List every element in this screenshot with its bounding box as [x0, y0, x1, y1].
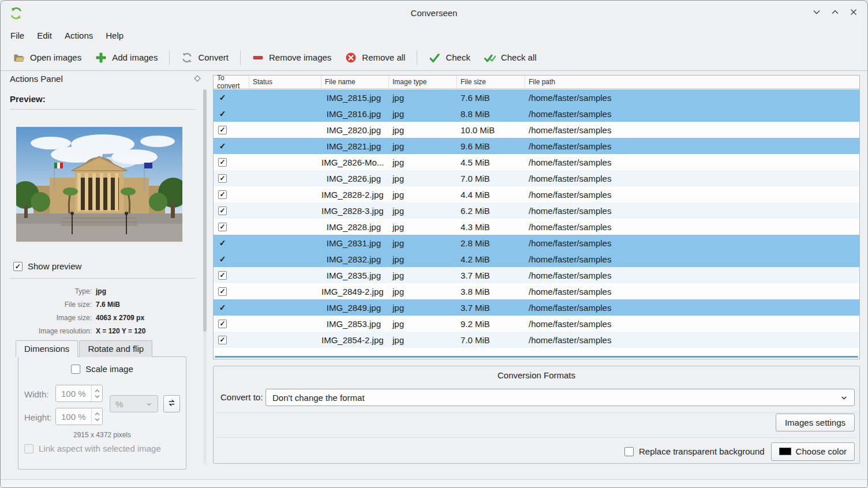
scale-image-checkbox-row[interactable]: Scale image	[71, 364, 133, 374]
convert-button[interactable]: Convert	[174, 48, 235, 67]
remove-images-button[interactable]: Remove images	[245, 48, 338, 67]
images-settings-button[interactable]: Images settings	[776, 414, 855, 431]
minimize-button[interactable]	[812, 9, 821, 18]
table-row[interactable]: IMG_2832.jpgjpg4.2 MiB/home/faster/sampl…	[214, 251, 859, 267]
table-row[interactable]: IMG_2826-Mo...jpg4.5 MiB/home/faster/sam…	[214, 154, 859, 170]
width-label: Width:	[24, 389, 49, 399]
file-name-cell: IMG_2831.jpg	[321, 238, 389, 248]
column-header-file-size[interactable]: File size	[457, 76, 525, 88]
table-row[interactable]: IMG_2854-2.jpgjpg7.0 MiB/home/faster/sam…	[214, 332, 859, 348]
file-size-cell: 7.0 MiB	[457, 335, 525, 345]
menu-item-file[interactable]: File	[4, 28, 31, 43]
table-row[interactable]: IMG_2820.jpgjpg10.0 MiB/home/faster/samp…	[214, 122, 859, 138]
open-images-button[interactable]: Open images	[6, 48, 88, 67]
row-checkbox[interactable]	[218, 126, 227, 134]
file-path-cell: /home/faster/samples	[525, 303, 859, 313]
file-path-cell: /home/faster/samples	[525, 174, 859, 183]
check-button[interactable]: Check	[422, 48, 477, 67]
file-name-cell: IMG_2835.jpg	[321, 271, 389, 280]
column-header-file-path[interactable]: File path	[525, 76, 859, 88]
scale-image-checkbox[interactable]	[71, 365, 80, 374]
replace-background-checkbox-row[interactable]: Replace transparent background	[624, 446, 765, 456]
to-convert-cell	[214, 158, 249, 167]
row-checkbox[interactable]	[218, 158, 227, 167]
row-checkbox[interactable]	[218, 287, 227, 296]
spinner-arrows-icon[interactable]	[91, 385, 102, 401]
table-row[interactable]: IMG_2826.jpgjpg7.0 MiB/home/faster/sampl…	[214, 170, 859, 186]
table-row[interactable]: IMG_2828-3.jpgjpg6.2 MiB/home/faster/sam…	[214, 202, 859, 219]
remove-images-button-label: Remove images	[269, 52, 331, 62]
table-row[interactable]: IMG_2849-2.jpgjpg3.8 MiB/home/faster/sam…	[214, 283, 859, 299]
menu-item-actions[interactable]: Actions	[58, 28, 99, 43]
column-header-image-type[interactable]: Image type	[389, 76, 457, 88]
column-header-file-name[interactable]: File name	[321, 76, 389, 88]
refresh-dimensions-button[interactable]	[163, 395, 180, 412]
table-row[interactable]: IMG_2816.jpgjpg8.8 MiB/home/faster/sampl…	[214, 106, 859, 122]
maximize-button[interactable]	[830, 9, 840, 18]
unit-value: %	[115, 399, 123, 409]
unit-combo[interactable]: %	[110, 395, 158, 412]
row-checkbox[interactable]	[218, 190, 227, 199]
table-row[interactable]: IMG_2828.jpgjpg4.3 MiB/home/faster/sampl…	[214, 219, 859, 235]
width-spinner[interactable]: 100 %	[55, 385, 103, 402]
row-checkbox[interactable]	[218, 110, 227, 118]
row-checkbox[interactable]	[218, 207, 227, 215]
image-type-cell: jpg	[389, 254, 457, 264]
conversion-formats-title: Conversion Formats	[214, 370, 859, 380]
title-bar[interactable]: Converseen	[1, 1, 867, 26]
float-panel-icon[interactable]	[194, 75, 200, 81]
show-preview-checkbox-row[interactable]: Show preview	[13, 261, 81, 271]
table-row[interactable]: IMG_2835.jpgjpg3.7 MiB/home/faster/sampl…	[214, 267, 859, 283]
row-checkbox[interactable]	[218, 239, 227, 247]
image-type-cell: jpg	[389, 319, 457, 329]
menu-item-help[interactable]: Help	[99, 28, 130, 43]
row-checkbox[interactable]	[218, 223, 227, 231]
row-checkbox[interactable]	[218, 303, 227, 312]
table-row[interactable]: IMG_2853.jpgjpg9.2 MiB/home/faster/sampl…	[214, 316, 859, 332]
table-row[interactable]: IMG_2828-2.jpgjpg4.4 MiB/home/faster/sam…	[214, 186, 859, 202]
tab-dimensions[interactable]: Dimensions	[16, 340, 78, 357]
table-row[interactable]: IMG_2831.jpgjpg2.8 MiB/home/faster/sampl…	[214, 235, 859, 251]
row-checkbox[interactable]	[218, 255, 227, 264]
close-button[interactable]	[849, 9, 858, 18]
check-all-button[interactable]: Check all	[477, 48, 544, 67]
panel-scrollbar[interactable]	[203, 89, 207, 464]
height-spinner[interactable]: 100 %	[55, 408, 103, 425]
horizontal-scrollbar[interactable]	[215, 356, 858, 358]
remove-all-button[interactable]: Remove all	[338, 48, 412, 67]
info-value: 7.6 MiB	[96, 301, 120, 309]
table-row[interactable]: IMG_2849.jpgjpg3.7 MiB/home/faster/sampl…	[214, 299, 859, 316]
show-preview-checkbox[interactable]	[13, 262, 23, 271]
row-checkbox[interactable]	[218, 142, 227, 151]
table-row[interactable]: IMG_2821.jpgjpg9.6 MiB/home/faster/sampl…	[214, 138, 859, 154]
actions-panel-title: Actions Panel	[10, 74, 63, 84]
file-size-cell: 8.8 MiB	[457, 109, 525, 119]
file-size-cell: 3.7 MiB	[457, 271, 525, 280]
add-images-button[interactable]: Add images	[88, 48, 164, 67]
row-checkbox[interactable]	[218, 93, 227, 102]
info-value: 4063 x 2709 px	[96, 314, 144, 322]
spinner-arrows-icon[interactable]	[91, 408, 102, 425]
link-aspect-checkbox-row[interactable]: Link aspect with selected image	[24, 444, 161, 453]
column-header-to-convert[interactable]: To convert	[214, 76, 249, 88]
panel-scrollbar-thumb[interactable]	[203, 89, 207, 332]
image-type-cell: jpg	[389, 303, 457, 313]
divider	[10, 278, 195, 279]
file-path-cell: /home/faster/samples	[525, 206, 859, 216]
row-checkbox[interactable]	[218, 271, 227, 280]
column-header-status[interactable]: Status	[249, 76, 321, 88]
image-type-cell: jpg	[389, 190, 457, 200]
image-type-cell: jpg	[389, 141, 457, 151]
replace-background-checkbox[interactable]	[624, 447, 634, 456]
row-checkbox[interactable]	[218, 320, 227, 328]
format-combo[interactable]: Don't change the format	[265, 389, 855, 406]
menu-item-edit[interactable]: Edit	[31, 28, 58, 43]
tab-rotate-and-flip[interactable]: Rotate and flip	[79, 340, 152, 357]
choose-color-button[interactable]: Choose color	[771, 442, 855, 461]
file-name-cell: IMG_2828-2.jpg	[321, 190, 389, 200]
table-row[interactable]: IMG_2815.jpgjpg7.6 MiB/home/faster/sampl…	[214, 89, 859, 106]
file-name-cell: IMG_2849-2.jpg	[321, 287, 389, 296]
link-aspect-checkbox[interactable]	[24, 444, 33, 453]
row-checkbox[interactable]	[218, 336, 227, 344]
row-checkbox[interactable]	[218, 174, 227, 183]
